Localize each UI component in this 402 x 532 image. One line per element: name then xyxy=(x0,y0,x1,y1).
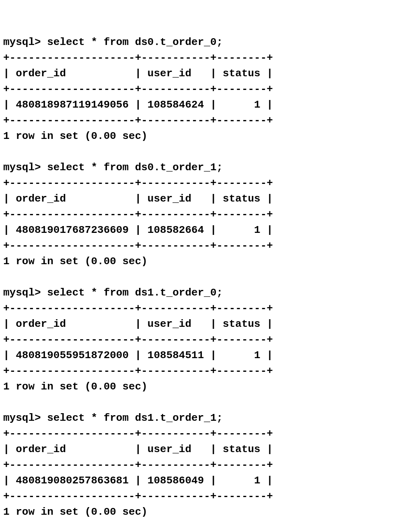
mysql-terminal-output: mysql> select * from ds0.t_order_0; +---… xyxy=(3,35,399,520)
